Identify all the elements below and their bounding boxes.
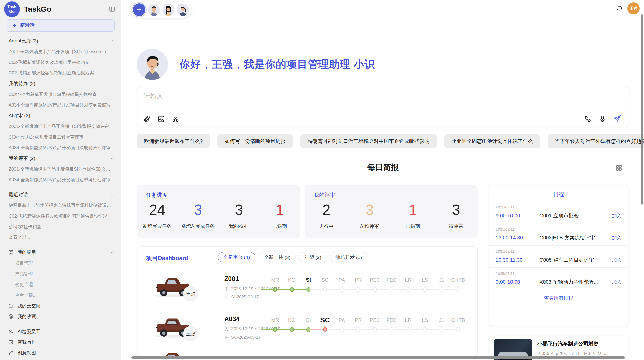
project-row-a034[interactable]: 王强 A034 2023-12-19 ~ 2026-01-19 — [137, 314, 478, 355]
briefing-layout-icon[interactable] — [615, 164, 622, 171]
milestone-dots — [267, 287, 466, 293]
tab-new-platform[interactable]: 全新平台 (4) — [218, 252, 255, 262]
task-item[interactable]: C02-飞腾新能源轻客改款项目立项汇报方案 — [0, 68, 121, 78]
chevron-up-icon[interactable] — [110, 193, 114, 197]
assistant-avatar — [137, 49, 168, 80]
suggestion-chip[interactable]: 如何写一份清晰的项目周报 — [217, 134, 293, 148]
join-button[interactable]: 加入 — [612, 257, 622, 263]
divider — [0, 324, 121, 324]
chevron-up-icon[interactable] — [110, 82, 114, 86]
project-row-z001[interactable]: 王强 Z001 2023-12-19 ~ 2027-01-19 — [137, 274, 478, 315]
section-agent-done[interactable]: Agent已办 (3) — [0, 36, 121, 46]
project-owner-badge: 王强 — [183, 286, 198, 301]
tab-new-body[interactable]: 全新上装 (3) — [259, 252, 296, 262]
recent-chat-item[interactable]: 公司Q3轻卡销量 — [0, 221, 121, 232]
milestone-labels: MRKO SISC PAPR PECFEC LRLS J1OKTB — [267, 276, 466, 284]
section-ai-review[interactable]: AI评审 (3) — [0, 110, 121, 121]
schedule-event: 2025/03/11 13:00-14:30 C003|H0B-方案冻结评审 加… — [489, 223, 628, 245]
sidebar-item-favorites[interactable]: 我的收藏 — [0, 311, 121, 322]
my-review-title: 我的评审 — [314, 191, 335, 199]
horizontal-scrollbar[interactable] — [131, 356, 625, 359]
clock-icon — [224, 287, 229, 291]
recent-chat-item[interactable]: 解释最新出台的欧盟报废车法规再生塑料比例被调至15%... — [0, 200, 121, 211]
main-area: 王强 你好，王强，我是你的项目管理助理 小识 请输入... — [121, 0, 644, 360]
my-apps-label: 我的应用 — [18, 249, 36, 256]
task-item[interactable]: A034-全新新能源MUV产品开发项目法规符合性评审 — [0, 142, 121, 153]
join-button[interactable]: 加入 — [612, 235, 622, 241]
event-name: C005-整车工程目标评审 — [539, 257, 612, 263]
suggestion-chip[interactable]: 欧洲新规最近颁布了什么? — [137, 134, 210, 148]
task-item[interactable]: C02-飞腾新能源轻客改款项目里程碑画布 — [0, 57, 121, 68]
task-item[interactable]: Z001-全新燃油轻卡产品开发项目SI节点属性5D文件评审 — [0, 164, 121, 174]
agent-avatar-3[interactable] — [177, 4, 189, 16]
section-my-review[interactable]: 我的评审 (2) — [0, 153, 121, 164]
chevron-up-icon[interactable] — [110, 114, 114, 118]
chat-input-box[interactable]: 请输入... — [137, 86, 629, 127]
event-date: 2025/03/11 — [496, 227, 622, 231]
project-row-partial[interactable] — [137, 349, 478, 356]
taskgo-logo: Task Go — [4, 1, 20, 17]
notification-bell-icon[interactable] — [616, 5, 623, 12]
tab-powertrain[interactable]: 动总开发 (1) — [330, 252, 368, 262]
sidebar-item-creative-draw[interactable]: 创意制图 — [0, 348, 121, 358]
task-item[interactable]: Z001-全新燃油轻卡产品开发项目SI造型提交物评审 — [0, 121, 121, 132]
task-item[interactable]: C0X4-动力总成开发项目工程变更评审 — [0, 132, 121, 142]
agent-avatar-1[interactable] — [148, 4, 160, 16]
logo-line1: Task — [7, 4, 16, 9]
cloud-space-label: 我的云空间 — [18, 303, 40, 309]
scissors-icon[interactable] — [172, 115, 179, 123]
view-all-chats[interactable]: 查看全部... — [0, 232, 121, 243]
vertical-scrollbar[interactable] — [641, 14, 643, 205]
phone-call-icon[interactable] — [584, 115, 592, 123]
sidebar-item-my-apps[interactable]: 我的应用 — [0, 247, 121, 258]
image-icon[interactable] — [157, 115, 165, 123]
stat-new-done: 24 新增完成任务 — [137, 201, 178, 230]
join-button[interactable]: 加入 — [612, 213, 622, 219]
pen-icon — [8, 350, 13, 355]
collapse-sidebar-icon[interactable] — [109, 6, 115, 12]
people-icon — [8, 329, 13, 334]
section-recent-chats[interactable]: 最近对话 — [0, 189, 121, 200]
send-icon[interactable] — [613, 115, 621, 123]
task-item[interactable]: Z001-全新燃油皮卡产品开发项目SI节点Lesson Learn报告 — [0, 46, 121, 57]
app-item-project-mgmt[interactable]: 项目管理 — [0, 258, 121, 268]
agent-avatar-2[interactable] — [162, 4, 174, 16]
task-item[interactable]: A034-全新新能源MUV产品开发项目造型可行性评审 — [0, 174, 121, 185]
suggestion-chip[interactable]: 当下年轻人对汽车外观有怎样的喜好趋势 — [548, 134, 644, 148]
view-all-apps[interactable]: 查看全部.. — [0, 290, 121, 301]
tab-year-model[interactable]: 年型 (2) — [299, 252, 327, 262]
milestone-dots — [267, 327, 466, 333]
microphone-icon[interactable] — [599, 115, 606, 123]
suggestion-chip[interactable]: 特朗普可能对进口汽车增税会对中国车企造成哪些影响 — [300, 134, 437, 148]
task-item[interactable]: C0X4-动力总成开发项目SI里程碑提交物检查 — [0, 89, 121, 100]
milestone-labels: MRKO SISC PAPR PECFEC LRLS J1OKTB — [267, 316, 466, 324]
task-item[interactable]: A034-全新新能源MUV产品开发项目计划变更表编写 — [0, 100, 121, 110]
writing-pad-icon — [8, 340, 13, 345]
sidebar-item-cloud-space[interactable]: 我的云空间 — [0, 301, 121, 311]
project-dashboard-card: 项目Dashboard 全新平台 (4) 全新上装 (3) 年型 (2) 动总开… — [137, 246, 478, 356]
add-agent-button[interactable] — [133, 3, 145, 16]
section-my-todo[interactable]: 我的待办 (2) — [0, 78, 121, 89]
flag-icon — [224, 295, 229, 299]
chat-input-placeholder: 请输入... — [144, 92, 168, 100]
event-time: 10:30-11:30 — [496, 257, 539, 263]
chevron-up-icon[interactable] — [110, 156, 114, 160]
recent-chat-item[interactable]: C02-飞腾新能源轻客改款项目的闭环通告反馈情况 — [0, 211, 121, 221]
milestone-track: MRKO SISC PAPR PECFEC LRLS J1OKTB — [267, 314, 466, 333]
chevron-up-icon[interactable] — [110, 39, 114, 43]
user-avatar[interactable]: 王强 — [627, 2, 640, 14]
view-all-schedule-link[interactable]: 查看所有日程 — [489, 290, 628, 302]
new-chat-button[interactable]: 新对话 — [7, 19, 115, 32]
chevron-up-icon[interactable] — [110, 250, 114, 254]
project-name: Z001 — [224, 275, 239, 282]
sidebar: Task Go TaskGo 新对话 Agent已办 (3) — [0, 0, 121, 360]
sidebar-item-ai-super-staff[interactable]: AI超级员工 — [0, 326, 121, 337]
suggestion-chip[interactable]: 比亚迪全固态电池计划具体说了什么 — [444, 134, 540, 148]
sidebar-item-help-write[interactable]: 帮我写作 — [0, 337, 121, 348]
attachment-icon[interactable] — [143, 115, 151, 123]
app-item-product-mgmt[interactable]: 产品管理 — [0, 268, 121, 279]
join-button[interactable]: 加入 — [612, 279, 622, 286]
schedule-event: 2025/03/11 10:30-11:30 C005-整车工程目标评审 加入 — [489, 245, 628, 267]
sidebar-header: Task Go TaskGo — [0, 0, 121, 18]
app-item-change-mgmt[interactable]: 变更管理 — [0, 279, 121, 290]
